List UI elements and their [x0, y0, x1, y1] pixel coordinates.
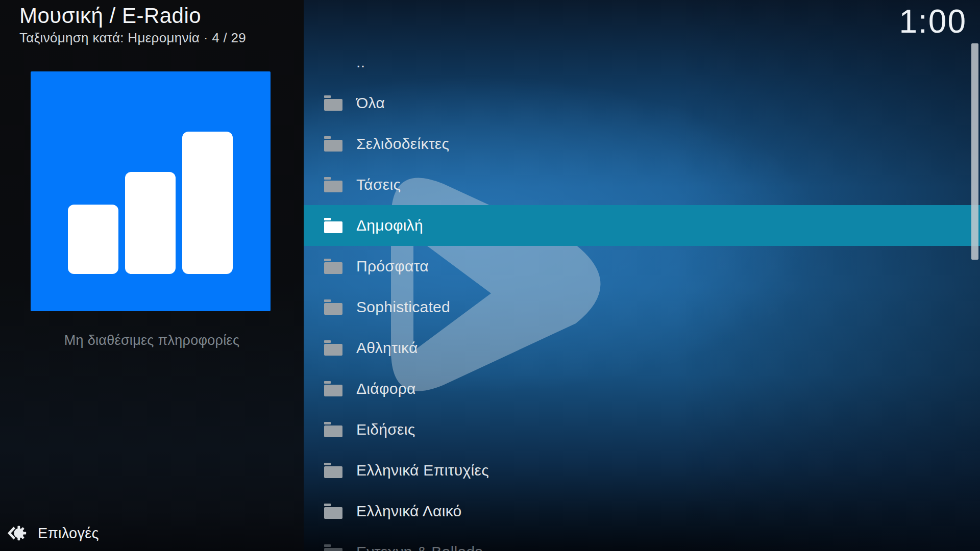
- list-item-label: Τάσεις: [356, 176, 401, 193]
- options-button[interactable]: Επιλογές: [6, 522, 99, 544]
- list-item[interactable]: Σελιδοδείκτες: [304, 123, 980, 164]
- list-item[interactable]: Ελληνικά Λαικό: [304, 491, 980, 532]
- folder-icon: [324, 340, 342, 356]
- left-panel: Μουσική / E-Radio Ταξινόμηση κατά: Ημερο…: [0, 0, 304, 551]
- folder-list: ..ΌλαΣελιδοδείκτεςΤάσειςΔημοφιλήΠρόσφατα…: [304, 42, 980, 551]
- list-item-label: Πρόσφατα: [356, 258, 429, 275]
- folder-icon: [324, 95, 342, 111]
- list-item-label: Σελιδοδείκτες: [356, 135, 449, 153]
- page-title: Μουσική / E-Radio: [19, 4, 295, 28]
- list-item[interactable]: Δημοφιλή: [304, 205, 980, 246]
- folder-icon: [324, 544, 342, 551]
- list-item[interactable]: Ειδήσεις: [304, 409, 980, 450]
- list-item[interactable]: Πρόσφατα: [304, 246, 980, 287]
- list-item-label: Ειδήσεις: [356, 421, 415, 438]
- list-item-label: ..: [356, 54, 365, 71]
- list-item[interactable]: Εντεχνη & Ballads: [304, 532, 980, 551]
- no-info-text: Μη διαθέσιμες πληροφορίες: [0, 333, 304, 348]
- folder-icon: [324, 259, 342, 274]
- list-item-label: Διάφορα: [356, 380, 416, 397]
- addon-thumbnail: [31, 71, 271, 311]
- list-item[interactable]: Ελληνικά Επιτυχίες: [304, 450, 980, 491]
- folder-icon: [324, 381, 342, 396]
- list-item[interactable]: ..: [304, 42, 980, 83]
- options-label: Επιλογές: [38, 525, 99, 542]
- folder-icon: [324, 177, 342, 192]
- bar-chart-bar-medium: [125, 172, 176, 274]
- kodi-screen: ..ΌλαΣελιδοδείκτεςΤάσειςΔημοφιλήΠρόσφατα…: [0, 0, 980, 551]
- list-item[interactable]: Όλα: [304, 83, 980, 123]
- folder-icon: [324, 299, 342, 315]
- scrollbar-thumb[interactable]: [971, 43, 978, 260]
- folder-icon: [324, 218, 342, 233]
- folder-icon: [324, 422, 342, 437]
- list-item-label: Sophisticated: [356, 298, 450, 316]
- list-item[interactable]: Διάφορα: [304, 368, 980, 409]
- list-item-label: Δημοφιλή: [356, 217, 423, 234]
- list-item[interactable]: Sophisticated: [304, 287, 980, 328]
- folder-icon: [324, 463, 342, 478]
- bar-chart-bar-large: [182, 132, 233, 274]
- clock: 1:00: [899, 5, 967, 38]
- folder-icon: [324, 136, 342, 152]
- list-item[interactable]: Τάσεις: [304, 164, 980, 205]
- header: Μουσική / E-Radio Ταξινόμηση κατά: Ημερο…: [19, 4, 295, 46]
- list-item-label: Εντεχνη & Ballads: [356, 543, 483, 551]
- list-item-label: Ελληνικά Επιτυχίες: [356, 462, 489, 479]
- list-item[interactable]: Αθλητικά: [304, 328, 980, 368]
- list-item-label: Όλα: [356, 94, 385, 112]
- list-item-label: Ελληνικά Λαικό: [356, 503, 462, 520]
- folder-icon: [324, 504, 342, 519]
- sort-info: Ταξινόμηση κατά: Ημερομηνία · 4 / 29: [19, 30, 295, 46]
- list-item-label: Αθλητικά: [356, 339, 418, 357]
- bar-chart-bar-small: [68, 205, 118, 274]
- options-gear-icon: [6, 522, 28, 544]
